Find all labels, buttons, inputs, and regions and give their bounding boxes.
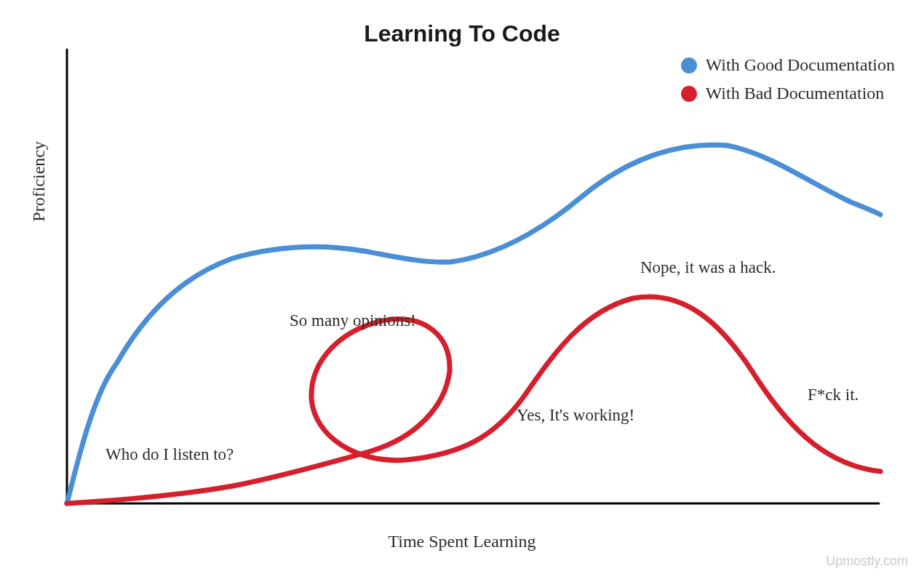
chart-plot-area: [0, 0, 924, 582]
series-bad-documentation: [67, 297, 880, 503]
annotation-working: Yes, It's working!: [517, 406, 634, 425]
annotation-who-listen: Who do I listen to?: [105, 445, 234, 464]
attribution-text: Upmostly.com: [826, 554, 908, 569]
annotation-opinions: So many opinions!: [290, 311, 416, 330]
annotation-hack: Nope, it was a hack.: [640, 258, 776, 277]
annotation-fck-it: F*ck it.: [808, 386, 859, 404]
